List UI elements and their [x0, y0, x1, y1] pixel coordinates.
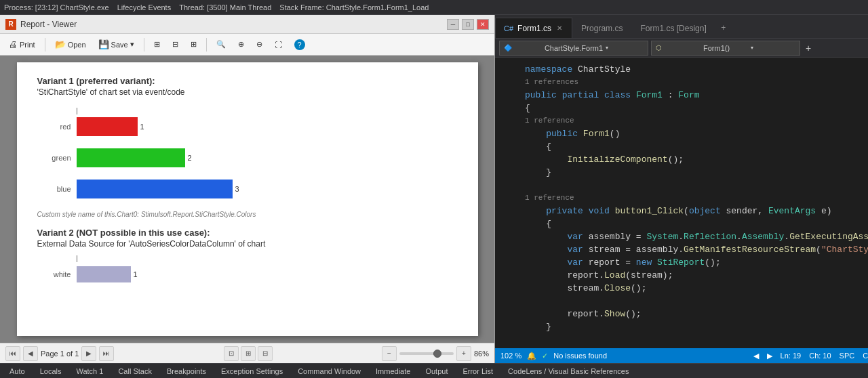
nav-zoom: − + 86% — [382, 346, 489, 361]
chart-axis — [77, 108, 458, 114]
nav-first-button[interactable]: ⏮ — [5, 346, 20, 361]
thread-label: Thread: [3500] Main Thread — [179, 3, 271, 12]
status-left: 102 % 🔔 ✓ No issues found — [500, 352, 607, 360]
fullscreen-icon: ⛶ — [275, 41, 282, 49]
layout-button[interactable]: ⊟ — [167, 37, 183, 53]
view-toggle-button[interactable]: ⊞ — [149, 37, 165, 53]
zoom-out-button[interactable]: ⊖ — [252, 37, 267, 53]
bar-container-green: 2 — [77, 148, 192, 167]
nav-left: ⏮ ◀ Page 1 of 1 ▶ ⏭ — [5, 346, 114, 361]
tab-form1cs-close[interactable]: ✕ — [555, 24, 564, 32]
tab-form1cs-label: Form1.cs — [517, 24, 551, 33]
bar-value-red: 1 — [140, 123, 144, 131]
nav-left-arrow[interactable]: ◀ — [753, 352, 759, 360]
chart-axis-v2 — [77, 255, 458, 262]
status-line-ending: CRLF — [863, 352, 868, 360]
code-line-show: report.Show(); — [495, 308, 868, 320]
bar-value-blue: 3 — [235, 185, 239, 193]
two-page-button[interactable]: ⊞ — [241, 346, 256, 361]
window-controls: ─ □ ✕ — [447, 19, 489, 30]
report-toolbar: 🖨 Print 📂 Open 💾 Save ▾ ⊞ ⊟ ⊞ — [0, 34, 494, 56]
line-content: InitializeComponent(); — [525, 153, 868, 166]
bottom-tab-breakpoints[interactable]: Breakpoints — [161, 364, 212, 379]
nav-prev-button[interactable]: ◀ — [23, 346, 38, 361]
report-content[interactable]: Variant 1 (preferred variant): 'StiChart… — [0, 56, 494, 343]
zoom-in-icon: ⊕ — [238, 40, 244, 49]
tab-add-button[interactable]: + — [715, 18, 732, 38]
help-button[interactable]: ? — [290, 37, 310, 53]
toolbar-sep-1 — [45, 38, 45, 51]
bar-blue — [77, 180, 233, 198]
bottom-tab-commandwindow[interactable]: Command Window — [292, 364, 366, 379]
bar-container-red: 1 — [77, 117, 144, 136]
status-issues: No issues found — [553, 352, 607, 360]
code-line-ctor: public Form1() — [495, 127, 868, 140]
bottom-tab-locals[interactable]: Locals — [35, 364, 67, 379]
stackframe-label: Stack Frame: ChartStyle.Form1.Form1_Load — [279, 3, 429, 12]
nav-right-arrow[interactable]: ▶ — [767, 352, 772, 360]
report-page: Variant 1 (preferred variant): 'StiChart… — [17, 62, 478, 336]
code-line-click: private void button1_Click(object sender… — [495, 205, 868, 217]
add-dropdown-button[interactable]: + — [806, 43, 811, 54]
multi-page-button[interactable]: ⊟ — [258, 346, 273, 361]
tab-form1design[interactable]: Form1.cs [Design] — [631, 18, 715, 38]
bottom-tab-codelens[interactable]: CodeLens / Visual Basic References — [502, 364, 634, 379]
chart-row-green: green 2 — [37, 148, 458, 167]
zoom-in-nav-button[interactable]: + — [456, 346, 471, 361]
bottom-tab-errorlist[interactable]: Error List — [457, 364, 498, 379]
bar-value-green: 2 — [188, 154, 192, 162]
variant2-title: Variant 2 (NOT possible in this use case… — [37, 228, 458, 238]
close-button[interactable]: ✕ — [477, 19, 489, 30]
bottom-tab-auto[interactable]: Auto — [4, 364, 31, 379]
page-layout-icon: ⊞ — [191, 40, 197, 49]
status-bell-icon: 🔔 — [527, 352, 536, 360]
line-content: private void button1_Click(object sender… — [525, 205, 868, 217]
minimize-button[interactable]: ─ — [447, 19, 459, 30]
code-line-ref2: 1 reference — [495, 114, 868, 127]
bottom-tab-output[interactable]: Output — [420, 364, 453, 379]
method-dropdown[interactable]: ⬡ Form1() ▾ — [651, 41, 800, 56]
search-button[interactable]: 🔍 — [212, 37, 231, 53]
open-button[interactable]: 📂 Open — [50, 37, 91, 53]
bottom-tab-immediate[interactable]: Immediate — [370, 364, 416, 379]
zoom-in-button[interactable]: ⊕ — [233, 37, 249, 53]
nav-last-button[interactable]: ⏭ — [99, 346, 114, 361]
code-line-brace4: { — [495, 217, 868, 230]
print-button[interactable]: 🖨 Print — [4, 37, 40, 53]
line-content: stream.Close(); — [525, 282, 868, 295]
nav-next-button[interactable]: ▶ — [81, 346, 96, 361]
code-line-ref3: 1 reference — [495, 192, 868, 205]
save-button[interactable]: 💾 Save ▾ — [94, 37, 139, 53]
namespace-dropdown[interactable]: 🔷 ChartStyle.Form1 ▾ — [499, 41, 648, 56]
main-area: R Report - Viewer ─ □ ✕ 🖨 Print 📂 Open 💾 — [0, 15, 868, 363]
bar-value-white: 1 — [134, 270, 138, 278]
tab-form1cs[interactable]: C# Form1.cs ✕ — [495, 18, 572, 38]
tab-programcs[interactable]: Program.cs — [572, 18, 631, 38]
line-content: var assembly = System.Reflection.Assembl… — [525, 230, 868, 243]
open-icon: 📂 — [55, 39, 66, 49]
process-label: Process: [23:12] ChartStyle.exe — [4, 3, 109, 12]
variant1-subtitle: 'StiChartStyle' of chart set via event/c… — [37, 87, 458, 97]
zoom-thumb — [433, 350, 441, 358]
navigation-bar: ⏮ ◀ Page 1 of 1 ▶ ⏭ ⊡ ⊞ ⊟ − + 86% — [0, 343, 494, 363]
bottom-tab-exceptionsettings[interactable]: Exception Settings — [216, 364, 288, 379]
save-icon: 💾 — [98, 39, 109, 49]
code-area[interactable]: namespace ChartStyle 1 references public… — [495, 58, 868, 348]
page-layout-button[interactable]: ⊞ — [186, 37, 201, 53]
chart-label-blue: blue — [37, 185, 71, 193]
single-page-button[interactable]: ⊡ — [224, 346, 239, 361]
zoom-slider[interactable] — [399, 352, 454, 355]
bottom-tab-watch1[interactable]: Watch 1 — [71, 364, 108, 379]
report-title: Report - Viewer — [20, 20, 77, 29]
line-content: } — [525, 166, 868, 179]
fullscreen-button[interactable]: ⛶ — [270, 37, 287, 53]
bar-white — [77, 266, 131, 282]
report-title-bar: R Report - Viewer ─ □ ✕ — [0, 15, 494, 34]
maximize-button[interactable]: □ — [462, 19, 474, 30]
method-dropdown-value: Form1() — [703, 44, 748, 52]
chart-variant2: white 1 — [37, 255, 458, 282]
line-content: report.Show(); — [525, 308, 868, 320]
zoom-out-nav-button[interactable]: − — [382, 346, 397, 361]
bottom-tab-callstack[interactable]: Call Stack — [113, 364, 157, 379]
save-dropdown-arrow: ▾ — [130, 40, 134, 49]
